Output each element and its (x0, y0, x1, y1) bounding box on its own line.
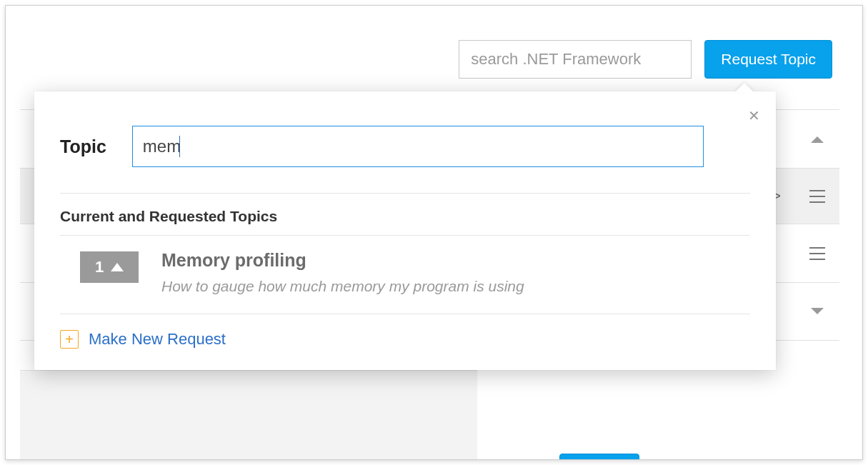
svg-marker-7 (811, 308, 824, 314)
svg-rect-1 (809, 190, 825, 191)
make-new-request-label: Make New Request (89, 330, 226, 349)
topic-input[interactable]: mem (143, 136, 181, 156)
svg-marker-0 (811, 136, 824, 143)
vote-count: 1 (95, 258, 104, 276)
svg-rect-2 (809, 196, 825, 197)
partial-button[interactable] (559, 454, 639, 460)
result-body: Memory profiling How to gauge how much m… (161, 250, 750, 295)
request-topic-popover: ✕ Topic mem Current and Requested Topics… (34, 91, 776, 370)
svg-rect-3 (809, 201, 825, 203)
upvote-icon (111, 263, 124, 271)
hamburger-icon[interactable] (809, 247, 825, 260)
result-title: Memory profiling (161, 250, 750, 271)
chevron-up-icon[interactable] (809, 135, 825, 144)
plus-icon: + (60, 330, 79, 349)
make-new-request-link[interactable]: + Make New Request (60, 330, 750, 349)
text-caret (179, 136, 180, 157)
svg-rect-6 (809, 259, 825, 260)
topic-input-wrap[interactable]: mem (132, 126, 704, 167)
request-topic-button[interactable]: Request Topic (704, 40, 832, 79)
bottom-panel (20, 370, 477, 460)
chevron-down-icon[interactable] (809, 307, 825, 316)
top-bar: Request Topic (459, 40, 832, 79)
svg-rect-4 (809, 247, 825, 249)
search-input[interactable] (459, 40, 692, 79)
result-description: How to gauge how much memory my program … (161, 278, 750, 295)
topic-row: Topic mem (60, 126, 750, 167)
topic-result-item[interactable]: 1 Memory profiling How to gauge how much… (60, 235, 750, 314)
close-icon[interactable]: ✕ (748, 109, 760, 123)
hamburger-icon[interactable] (809, 190, 825, 203)
svg-rect-5 (809, 253, 825, 254)
vote-button[interactable]: 1 (80, 251, 139, 283)
topic-label: Topic (60, 136, 106, 157)
section-title: Current and Requested Topics (60, 208, 750, 225)
divider (60, 193, 750, 194)
app-frame: Request Topic e> ✕ Top (5, 5, 863, 460)
